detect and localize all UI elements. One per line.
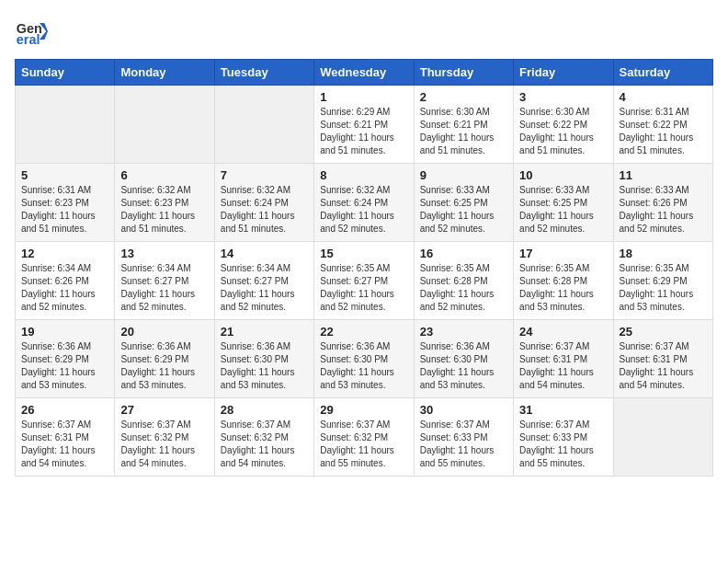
calendar-cell: 31Sunrise: 6:37 AM Sunset: 6:33 PM Dayli… [514,398,613,477]
calendar-cell: 12Sunrise: 6:34 AM Sunset: 6:26 PM Dayli… [16,242,115,320]
day-number: 8 [320,168,407,182]
day-info: Sunrise: 6:37 AM Sunset: 6:32 PM Dayligh… [120,419,208,470]
day-number: 26 [21,403,108,417]
day-info: Sunrise: 6:36 AM Sunset: 6:30 PM Dayligh… [221,340,308,392]
day-number: 1 [320,90,407,104]
day-info: Sunrise: 6:35 AM Sunset: 6:29 PM Dayligh… [620,262,707,314]
day-number: 16 [420,247,507,260]
calendar-cell [16,86,115,164]
calendar-cell: 11Sunrise: 6:33 AM Sunset: 6:26 PM Dayli… [613,164,712,242]
calendar-cell: 28Sunrise: 6:37 AM Sunset: 6:32 PM Dayli… [214,398,313,477]
svg-text:eral: eral [17,32,40,47]
day-info: Sunrise: 6:37 AM Sunset: 6:31 PM Dayligh… [620,340,707,392]
day-number: 9 [420,168,507,182]
calendar-cell: 2Sunrise: 6:30 AM Sunset: 6:21 PM Daylig… [414,86,513,164]
day-number: 28 [221,403,308,417]
day-info: Sunrise: 6:31 AM Sunset: 6:23 PM Dayligh… [21,184,108,236]
calendar-cell: 16Sunrise: 6:35 AM Sunset: 6:28 PM Dayli… [414,242,513,320]
day-number: 22 [320,325,407,339]
weekday-header-wednesday: Wednesday [314,60,414,86]
day-info: Sunrise: 6:37 AM Sunset: 6:33 PM Dayligh… [420,419,507,470]
calendar-cell: 20Sunrise: 6:36 AM Sunset: 6:29 PM Dayli… [115,320,214,398]
day-number: 12 [21,247,108,260]
day-number: 14 [221,247,308,260]
weekday-header-tuesday: Tuesday [214,60,313,86]
day-number: 4 [620,90,707,104]
calendar-week-3: 12Sunrise: 6:34 AM Sunset: 6:26 PM Dayli… [16,242,713,320]
day-info: Sunrise: 6:33 AM Sunset: 6:25 PM Dayligh… [519,184,607,236]
calendar-cell: 19Sunrise: 6:36 AM Sunset: 6:29 PM Dayli… [16,320,115,398]
calendar-week-1: 1Sunrise: 6:29 AM Sunset: 6:21 PM Daylig… [16,86,713,164]
day-info: Sunrise: 6:34 AM Sunset: 6:26 PM Dayligh… [21,262,108,314]
day-number: 15 [320,247,407,260]
calendar-cell: 24Sunrise: 6:37 AM Sunset: 6:31 PM Dayli… [514,320,613,398]
day-info: Sunrise: 6:37 AM Sunset: 6:31 PM Dayligh… [519,340,607,392]
day-number: 6 [120,168,208,182]
logo-icon: Gen eral [15,15,48,48]
calendar-cell [214,86,313,164]
day-info: Sunrise: 6:35 AM Sunset: 6:28 PM Dayligh… [519,262,607,314]
day-info: Sunrise: 6:33 AM Sunset: 6:26 PM Dayligh… [620,184,707,236]
calendar-cell: 29Sunrise: 6:37 AM Sunset: 6:32 PM Dayli… [314,398,414,477]
calendar-cell: 17Sunrise: 6:35 AM Sunset: 6:28 PM Dayli… [514,242,613,320]
calendar-cell: 21Sunrise: 6:36 AM Sunset: 6:30 PM Dayli… [214,320,313,398]
weekday-header-row: SundayMondayTuesdayWednesdayThursdayFrid… [16,60,713,86]
calendar-cell: 25Sunrise: 6:37 AM Sunset: 6:31 PM Dayli… [613,320,712,398]
day-info: Sunrise: 6:32 AM Sunset: 6:23 PM Dayligh… [120,184,208,236]
day-number: 7 [221,168,308,182]
day-info: Sunrise: 6:31 AM Sunset: 6:22 PM Dayligh… [620,106,707,157]
weekday-header-friday: Friday [514,60,613,86]
day-info: Sunrise: 6:34 AM Sunset: 6:27 PM Dayligh… [120,262,208,314]
calendar-cell: 14Sunrise: 6:34 AM Sunset: 6:27 PM Dayli… [214,242,313,320]
logo: Gen eral [15,15,51,48]
day-info: Sunrise: 6:30 AM Sunset: 6:21 PM Dayligh… [420,106,507,157]
day-info: Sunrise: 6:35 AM Sunset: 6:27 PM Dayligh… [320,262,407,314]
day-info: Sunrise: 6:32 AM Sunset: 6:24 PM Dayligh… [320,184,407,236]
day-number: 18 [620,247,707,260]
day-number: 24 [519,325,607,339]
day-info: Sunrise: 6:37 AM Sunset: 6:32 PM Dayligh… [320,419,407,470]
day-number: 20 [120,325,208,339]
day-number: 30 [420,403,507,417]
day-info: Sunrise: 6:36 AM Sunset: 6:29 PM Dayligh… [120,340,208,392]
calendar-table: SundayMondayTuesdayWednesdayThursdayFrid… [15,59,713,477]
calendar-cell: 22Sunrise: 6:36 AM Sunset: 6:30 PM Dayli… [314,320,414,398]
calendar-cell [115,86,214,164]
day-info: Sunrise: 6:37 AM Sunset: 6:31 PM Dayligh… [21,419,108,470]
calendar-cell: 10Sunrise: 6:33 AM Sunset: 6:25 PM Dayli… [514,164,613,242]
weekday-header-saturday: Saturday [613,60,712,86]
day-number: 25 [620,325,707,339]
calendar-week-2: 5Sunrise: 6:31 AM Sunset: 6:23 PM Daylig… [16,164,713,242]
day-number: 27 [120,403,208,417]
day-number: 13 [120,247,208,260]
weekday-header-monday: Monday [115,60,214,86]
page-header: Gen eral [15,15,713,48]
calendar-week-5: 26Sunrise: 6:37 AM Sunset: 6:31 PM Dayli… [16,398,713,477]
day-info: Sunrise: 6:35 AM Sunset: 6:28 PM Dayligh… [420,262,507,314]
day-info: Sunrise: 6:36 AM Sunset: 6:30 PM Dayligh… [320,340,407,392]
calendar-cell: 8Sunrise: 6:32 AM Sunset: 6:24 PM Daylig… [314,164,414,242]
day-number: 10 [519,168,607,182]
day-number: 2 [420,90,507,104]
day-info: Sunrise: 6:33 AM Sunset: 6:25 PM Dayligh… [420,184,507,236]
day-number: 3 [519,90,607,104]
day-info: Sunrise: 6:37 AM Sunset: 6:33 PM Dayligh… [519,419,607,470]
day-info: Sunrise: 6:36 AM Sunset: 6:30 PM Dayligh… [420,340,507,392]
day-number: 31 [519,403,607,417]
calendar-week-4: 19Sunrise: 6:36 AM Sunset: 6:29 PM Dayli… [16,320,713,398]
day-info: Sunrise: 6:37 AM Sunset: 6:32 PM Dayligh… [221,419,308,470]
calendar-cell: 5Sunrise: 6:31 AM Sunset: 6:23 PM Daylig… [16,164,115,242]
day-info: Sunrise: 6:30 AM Sunset: 6:22 PM Dayligh… [519,106,607,157]
calendar-cell: 9Sunrise: 6:33 AM Sunset: 6:25 PM Daylig… [414,164,513,242]
calendar-cell: 30Sunrise: 6:37 AM Sunset: 6:33 PM Dayli… [414,398,513,477]
weekday-header-thursday: Thursday [414,60,513,86]
calendar-cell [613,398,712,477]
day-info: Sunrise: 6:32 AM Sunset: 6:24 PM Dayligh… [221,184,308,236]
weekday-header-sunday: Sunday [16,60,115,86]
calendar-cell: 6Sunrise: 6:32 AM Sunset: 6:23 PM Daylig… [115,164,214,242]
day-number: 19 [21,325,108,339]
day-number: 11 [620,168,707,182]
calendar-cell: 15Sunrise: 6:35 AM Sunset: 6:27 PM Dayli… [314,242,414,320]
calendar-cell: 1Sunrise: 6:29 AM Sunset: 6:21 PM Daylig… [314,86,414,164]
day-number: 21 [221,325,308,339]
